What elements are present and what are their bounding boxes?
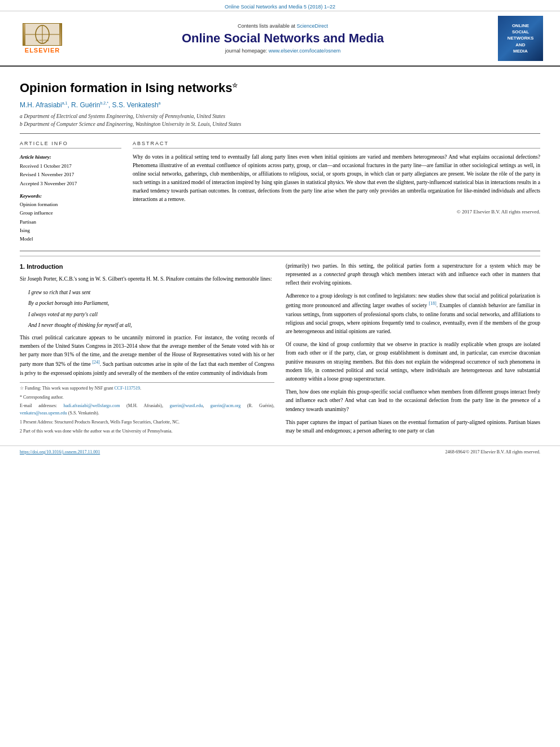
footnotes: ☆ Funding: This work was supported by NS… (20, 382, 274, 435)
footnote-emails: E-mail addresses: hadi.afrasiabi@wellsfa… (20, 403, 274, 417)
footnote-corresponding: * Corresponding author. (20, 394, 274, 401)
intro-section-title: 1. Introduction (20, 262, 274, 272)
revised-date: Revised 1 November 2017 (20, 171, 121, 178)
authors-line: M.H. Afrasiabia,1, R. Guérinb,2,*, S.S. … (20, 101, 540, 109)
poem-line-1: I grew so rich that I was sent (28, 288, 266, 298)
abstract-header: ABSTRACT (133, 141, 540, 148)
contents-availability: Contents lists available at ScienceDirec… (79, 23, 487, 29)
section-divider (20, 256, 540, 256)
svg-text:ELSEVIER: ELSEVIER (36, 39, 49, 42)
poem-block: I grew so rich that I was sent By a pock… (28, 288, 266, 330)
ref-24: [24] (92, 360, 99, 365)
right-para-3: Of course, the kind of group conformity … (286, 340, 540, 383)
email-venkatesh[interactable]: venkates@seas.upenn.edu (20, 410, 67, 416)
main-content: Opinion formation in Ising networks☆ M.H… (0, 67, 560, 445)
poem-line-4: And I never thought of thinking for myse… (28, 321, 266, 330)
header-center: Contents lists available at ScienceDirec… (68, 23, 498, 54)
page-footer: https://doi.org/10.1016/j.osnem.2017.11.… (0, 445, 560, 458)
title-star: ☆ (232, 82, 238, 89)
homepage-label: journal homepage: (225, 48, 268, 54)
article-history: Article history: Received 1 October 2017… (20, 153, 121, 188)
journal-logo-box: ONLINESOCIALNETWORKSANDMEDIA (498, 16, 543, 61)
keyword-2: Group influence (20, 209, 121, 217)
footnote-funding: ☆ Funding: This work was supported by NS… (20, 385, 274, 392)
email-guerin-wustl[interactable]: guerin@wustl.edu (169, 403, 203, 408)
article-title: Opinion formation in Ising networks☆ (20, 81, 540, 95)
keyword-4: Ising (20, 226, 121, 235)
article-info-col: ARTICLE INFO Article history: Received 1… (20, 141, 121, 244)
article-title-section: Opinion formation in Ising networks☆ M.H… (20, 72, 540, 134)
issn-text: 2468-6964/© 2017 Elsevier B.V. All right… (445, 449, 540, 455)
accepted-date: Accepted 3 November 2017 (20, 180, 121, 187)
keywords-label: Keywords: (20, 193, 121, 199)
poem-line-3: I always voted at my party's call (28, 310, 266, 320)
elsevier-brand-text: ELSEVIER (25, 47, 60, 54)
journal-title: Online Social Networks and Media (79, 31, 487, 46)
copyright-line: © 2017 Elsevier B.V. All rights reserved… (133, 209, 540, 215)
affiliations: a Department of Electrical and Systems E… (20, 112, 540, 129)
intro-para-2: This cruel political caricature appears … (20, 334, 274, 378)
right-para-5: This paper captures the impact of partis… (286, 418, 540, 435)
received-date: Received 1 October 2017 (20, 162, 121, 170)
right-para-2: Adherence to a group ideology is not con… (286, 292, 540, 336)
abstract-col: ABSTRACT Why do votes in a political set… (133, 141, 540, 244)
sciencedirect-link[interactable]: ScienceDirect (297, 23, 329, 29)
history-label: Article history: (20, 153, 121, 161)
email-guerin-acm[interactable]: guerin@acm.org (211, 403, 241, 408)
right-para-4: Then, how does one explain this group-sp… (286, 388, 540, 414)
journal-volume-line: Online Social Networks and Media 5 (2018… (225, 4, 335, 10)
top-banner: Online Social Networks and Media 5 (2018… (0, 0, 560, 11)
ref-18: [18] (429, 301, 436, 306)
homepage-link[interactable]: www.elsevier.com/locate/osnem (269, 48, 341, 54)
journal-logo-text: ONLINESOCIALNETWORKSANDMEDIA (508, 23, 534, 54)
email-guerin-name: (R. Guérin), (247, 403, 274, 408)
email-label: E-mail addresses: (20, 403, 64, 408)
email-afrasiabi-name: (M.H. Afrasiabi), (126, 403, 169, 408)
elsevier-logo-image: ELSEVIER (23, 23, 62, 46)
body-two-col: 1. Introduction Sir Joseph Porter, K.C.B… (20, 262, 540, 440)
footnote-note2: 2 Part of this work was done while the a… (20, 428, 274, 435)
body-right-col: (primarily) two parties. In this setting… (286, 262, 540, 440)
body-left-col: 1. Introduction Sir Joseph Porter, K.C.B… (20, 262, 274, 440)
poem-line-2: By a pocket borough into Parliament, (28, 299, 266, 308)
elsevier-logo: ELSEVIER ELSEVIER (17, 23, 68, 54)
affiliation-a: a Department of Electrical and Systems E… (20, 112, 540, 120)
abstract-text: Why do votes in a political setting tend… (133, 153, 540, 204)
footnote-note1: 1 Present Address: Structured Products R… (20, 419, 274, 426)
article-info-abstract: ARTICLE INFO Article history: Received 1… (20, 134, 540, 251)
nsf-grant-link[interactable]: CCF-1137519 (115, 386, 141, 391)
keyword-5: Model (20, 235, 121, 243)
email-venkatesh-name: (S.S. Venkatesh). (68, 410, 99, 416)
page: Online Social Networks and Media 5 (2018… (0, 0, 560, 747)
contents-label: Contents lists available at (238, 23, 295, 29)
homepage-line: journal homepage: www.elsevier.com/locat… (79, 48, 487, 54)
affiliation-b: b Department of Computer Science and Eng… (20, 120, 540, 128)
journal-header: ELSEVIER ELSEVIER Contents lists availab… (0, 11, 560, 67)
star-symbol: ☆ (20, 386, 25, 391)
intro-para-1: Sir Joseph Porter, K.C.B.'s song in W. S… (20, 275, 274, 283)
keyword-3: Partisan (20, 218, 121, 226)
right-para-1: (primarily) two parties. In this setting… (286, 262, 540, 288)
email-afrasiabi[interactable]: hadi.afrasiabi@wellsfargo.com (64, 403, 120, 408)
keywords-block: Keywords: Opinion formation Group influe… (20, 193, 121, 243)
article-info-header: ARTICLE INFO (20, 141, 121, 148)
keyword-1: Opinion formation (20, 200, 121, 209)
doi-link[interactable]: https://doi.org/10.1016/j.osnem.2017.11.… (20, 449, 100, 455)
